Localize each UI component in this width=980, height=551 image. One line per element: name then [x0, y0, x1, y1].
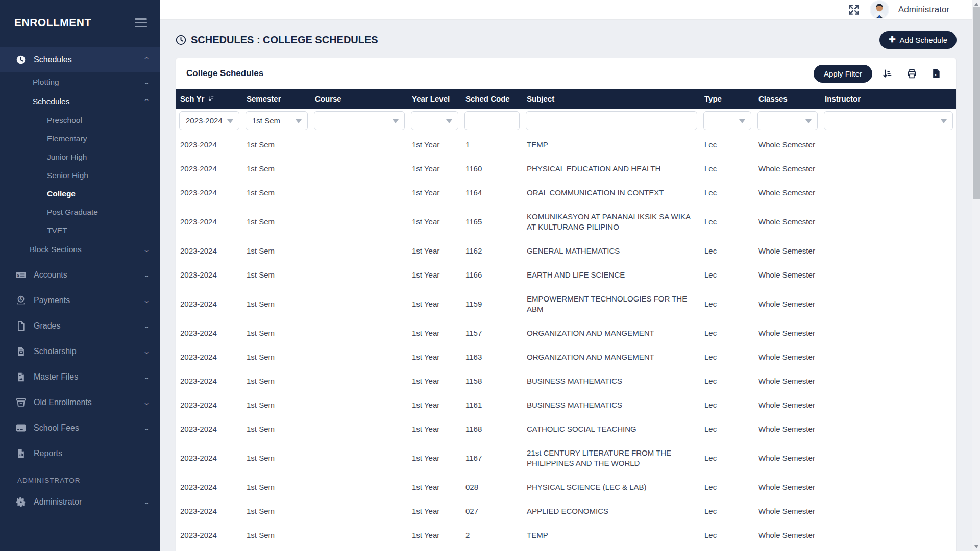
cell-sch-yr: 2023-2024 [176, 417, 242, 441]
filter-sch-yr-select[interactable]: 2023-2024 [179, 111, 239, 130]
cell-year-level: 1st Year [408, 157, 461, 181]
scrollbar-up-arrow[interactable] [974, 3, 978, 6]
sidebar-item-accounts[interactable]: $ Accounts ⌄ [0, 262, 160, 288]
filter-course-select[interactable] [314, 111, 405, 130]
hamburger-menu-icon[interactable] [135, 16, 147, 29]
table-row[interactable]: 2023-2024 1st Sem 1st Year 028 PHYSICAL … [176, 475, 956, 499]
user-avatar[interactable] [870, 0, 889, 19]
column-header-type[interactable]: Type [700, 89, 754, 109]
cell-classes: Whole Semester [754, 345, 821, 369]
cell-semester: 1st Sem [242, 369, 311, 393]
table-row[interactable]: 2023-2024 1st Sem 1st Year 1 TEMP Lec Wh… [176, 133, 956, 157]
cell-classes: Whole Semester [754, 239, 821, 263]
sidebar-item-school-fees[interactable]: School Fees ⌄ [0, 415, 160, 441]
sidebar-item-junior-high[interactable]: Junior High [0, 148, 160, 166]
cell-type: Lec [700, 321, 754, 345]
cell-year-level: 1st Year [408, 181, 461, 205]
cell-sch-yr: 2023-2024 [176, 369, 242, 393]
table-row[interactable]: 2023-2024 1st Sem 1st Year 1161 BUSINESS… [176, 393, 956, 417]
table-row[interactable]: 2023-2024 1st Sem 1st Year 1159 EMPOWERM… [176, 287, 956, 321]
sidebar-item-tvet[interactable]: TVET [0, 221, 160, 240]
archive-box-icon [15, 397, 27, 408]
table-row[interactable]: 2023-2024 1st Sem 1st Year 1160 PHYSICAL… [176, 157, 956, 181]
table-row[interactable]: 2023-2024 1st Sem 1st Year 1162 GENERAL … [176, 239, 956, 263]
sidebar-item-block-sections[interactable]: Block Sections ⌄ [0, 240, 160, 259]
cell-sch-yr: 2023-2024 [176, 263, 242, 287]
cell-sched-code: 027 [461, 499, 523, 523]
filter-subject-input[interactable] [526, 111, 697, 130]
cell-classes: Whole Semester [754, 133, 821, 157]
filter-classes-select[interactable] [757, 111, 818, 130]
sidebar-item-administrator[interactable]: Administrator ⌄ [0, 489, 160, 515]
export-excel-icon[interactable]: x [926, 64, 946, 83]
filter-year-level-select[interactable] [411, 111, 458, 130]
column-header-sched-code[interactable]: Sched Code [461, 89, 523, 109]
cell-subject: ORGANIZATION AND MANGEMENT [523, 321, 700, 345]
column-header-subject[interactable]: Subject [523, 89, 700, 109]
table-row[interactable]: 2023-2024 1st Sem 1st Year 1157 ORGANIZA… [176, 321, 956, 345]
cell-sched-code: 1158 [461, 369, 523, 393]
fullscreen-expand-icon[interactable] [847, 3, 861, 16]
cell-sched-code: 1166 [461, 263, 523, 287]
table-row[interactable]: 2023-2024 1st Sem 1st Year 2 TEMP Lec Wh… [176, 523, 956, 547]
table-row[interactable]: 2023-2024 1st Sem 1st Year 1168 CATHOLIC… [176, 417, 956, 441]
sidebar-item-schedules[interactable]: Schedules ⌃ [0, 47, 160, 72]
topbar-user-name[interactable]: Administrator [898, 5, 949, 15]
print-icon[interactable] [902, 64, 921, 83]
filter-semester-select[interactable]: 1st Sem [246, 111, 308, 130]
sidebar-item-post-graduate[interactable]: Post Graduate [0, 203, 160, 221]
cell-year-level: 1st Year [408, 133, 461, 157]
sidebar-item-reports[interactable]: Reports [0, 441, 160, 466]
table-row[interactable]: 2023-2024 1st Sem 1st Year 1158 BUSINESS… [176, 369, 956, 393]
sidebar-item-schedules-sub[interactable]: Schedules ⌃ [0, 92, 160, 111]
cell-classes: Whole Semester [754, 157, 821, 181]
sidebar-item-plotting[interactable]: Plotting ⌄ [0, 72, 160, 92]
cell-instructor [821, 321, 956, 345]
column-header-semester[interactable]: Semester [242, 89, 311, 109]
cell-type: Lec [700, 547, 754, 551]
cell-subject: 21st CENTURY LITERATURE FROM THE PHILIPP… [523, 441, 700, 475]
sidebar-item-senior-high[interactable]: Senior High [0, 166, 160, 185]
table-row[interactable]: 2023-2024 1st Sem 1st Year 1166 EARTH AN… [176, 263, 956, 287]
table-row[interactable]: 2023-2024 1st Sem 1st Year 1165 KOMUNIKA… [176, 205, 956, 239]
sidebar-item-college[interactable]: College [0, 185, 160, 203]
sidebar-item-grades[interactable]: Grades ⌄ [0, 313, 160, 339]
scrollbar-down-arrow[interactable] [974, 545, 978, 548]
filter-type-select[interactable] [703, 111, 751, 130]
table-row[interactable]: 2023-2024 1st Sem 1st Year 1167 21st CEN… [176, 441, 956, 475]
column-header-classes[interactable]: Classes [754, 89, 821, 109]
table-row[interactable]: 2023-2024 1st Sem 1st Year 050 QUALITATI… [176, 547, 956, 551]
cell-year-level: 1st Year [408, 345, 461, 369]
sort-amount-down-icon[interactable] [877, 64, 897, 83]
page-title: SCHEDULES : COLLEGE SCHEDULES [176, 34, 378, 46]
sidebar-item-payments[interactable]: $ Payments ⌄ [0, 288, 160, 313]
cell-sch-yr: 2023-2024 [176, 523, 242, 547]
sidebar-item-elementary[interactable]: Elementary [0, 130, 160, 148]
column-header-course[interactable]: Course [311, 89, 408, 109]
table-row[interactable]: 2023-2024 1st Sem 1st Year 027 APPLIED E… [176, 499, 956, 523]
sidebar-item-master-files[interactable]: Master Files ⌄ [0, 364, 160, 390]
sidebar-item-old-enrollments[interactable]: Old Enrollments ⌄ [0, 390, 160, 415]
filter-sched-code-input[interactable] [464, 111, 520, 130]
gear-icon [15, 496, 27, 508]
credit-card-icon [15, 422, 27, 434]
column-header-sch-yr[interactable]: Sch Yr [176, 89, 242, 109]
cell-classes: Whole Semester [754, 393, 821, 417]
scrollbar-thumb[interactable] [973, 7, 980, 199]
vertical-scrollbar[interactable] [972, 0, 980, 551]
schedules-table: Sch Yr Semester Course Year Level Sched … [176, 89, 956, 551]
table-row[interactable]: 2023-2024 1st Sem 1st Year 1164 ORAL COM… [176, 181, 956, 205]
sort-indicator-icon[interactable] [208, 95, 214, 102]
sidebar-item-scholarship[interactable]: Scholarship ⌄ [0, 339, 160, 364]
add-schedule-button[interactable]: ✚ Add Schedule [879, 31, 957, 49]
cell-instructor [821, 205, 956, 239]
cell-sch-yr: 2023-2024 [176, 499, 242, 523]
column-header-year-level[interactable]: Year Level [408, 89, 461, 109]
sidebar-item-preschool[interactable]: Preschool [0, 111, 160, 130]
apply-filter-button[interactable]: Apply Filter [814, 65, 872, 83]
cell-instructor [821, 345, 956, 369]
filter-instructor-select[interactable] [824, 111, 953, 130]
cell-subject: PHYSICAL EDUCATION AND HEALTH [523, 157, 700, 181]
table-row[interactable]: 2023-2024 1st Sem 1st Year 1163 ORGANIZA… [176, 345, 956, 369]
column-header-instructor[interactable]: Instructor [821, 89, 956, 109]
